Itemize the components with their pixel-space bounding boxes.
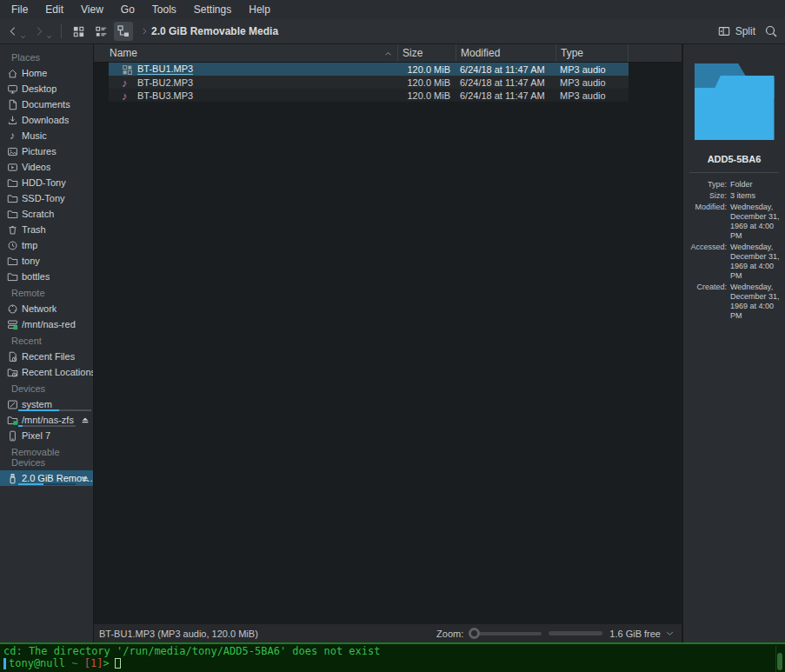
- column-header-name[interactable]: Name: [94, 44, 398, 62]
- desktop-icon: [6, 83, 18, 95]
- property-label: Size:: [687, 191, 727, 201]
- file-modified: 6/24/18 at 11:47 AM: [456, 90, 556, 101]
- sidebar-item-pictures[interactable]: Pictures: [0, 143, 93, 159]
- selection-info: BT-BU1.MP3 (MP3 audio, 120.0 MiB): [99, 629, 258, 639]
- sidebar-item-music[interactable]: ♪ Music: [0, 128, 93, 143]
- file-name: BT-BU3.MP3: [137, 90, 193, 101]
- sidebar-item-downloads[interactable]: Downloads: [0, 112, 93, 128]
- eject-button[interactable]: [80, 415, 90, 425]
- status-bar: BT-BU1.MP3 (MP3 audio, 120.0 MiB) Zoom: …: [94, 623, 682, 642]
- sidebar-item-label: Recent Files: [22, 351, 75, 362]
- disk-usage-bar: [18, 409, 91, 411]
- split-label: Split: [735, 25, 755, 37]
- sidebar-item-label: Music: [22, 130, 47, 141]
- back-button[interactable]: [5, 23, 28, 39]
- file-modified: 6/24/18 at 11:47 AM: [456, 77, 556, 88]
- sidebar-item-nas-zfs[interactable]: /mnt/nas-zfs: [0, 412, 93, 428]
- sidebar-item-ssd-tony[interactable]: SSD-Tony: [0, 190, 93, 206]
- hard-drive-icon: [6, 398, 18, 410]
- forward-button[interactable]: [31, 23, 54, 39]
- menu-help[interactable]: Help: [246, 2, 273, 17]
- info-panel-title: ADD5-5BA6: [683, 154, 785, 164]
- breadcrumb[interactable]: 2.0 GiB Removable Media: [151, 25, 278, 37]
- sidebar-item-desktop[interactable]: Desktop: [0, 81, 93, 96]
- section-title-recent: Recent: [0, 332, 93, 349]
- file-row[interactable]: ♪ BT-BU3.MP3 120.0 MiB 6/24/18 at 11:47 …: [109, 89, 629, 102]
- menu-file[interactable]: File: [9, 2, 30, 17]
- property-value: Wednesday, December 31, 1969 at 4:00 PM: [730, 243, 780, 281]
- search-icon[interactable]: [764, 24, 778, 38]
- zoom-slider[interactable]: [469, 632, 542, 635]
- terminal-scrollbar[interactable]: [775, 646, 783, 672]
- recent-files-icon: [6, 350, 18, 363]
- terminal-output: cd: The directory '/run/media/tony/ADD5-…: [3, 645, 782, 657]
- terminal-panel[interactable]: cd: The directory '/run/media/tony/ADD5-…: [0, 642, 785, 672]
- sidebar-item-label: Pictures: [22, 146, 57, 156]
- property-label: Accessed:: [687, 243, 727, 281]
- sidebar-item-tony[interactable]: tony: [0, 253, 93, 269]
- home-icon: [6, 67, 18, 79]
- sidebar-item-bottles[interactable]: bottles: [0, 269, 93, 284]
- zoom-slider-handle[interactable]: [469, 628, 480, 639]
- menu-go[interactable]: Go: [118, 2, 137, 17]
- file-name-cell: BT-BU1.MP3: [109, 63, 398, 75]
- prompt-user-host: tony@null: [9, 657, 65, 669]
- sidebar-item-label: tmp: [22, 240, 37, 250]
- download-icon: [6, 114, 18, 126]
- sidebar-item-tmp[interactable]: tmp: [0, 237, 93, 253]
- chevron-down-icon[interactable]: [665, 630, 675, 637]
- server-icon: [6, 318, 18, 330]
- sidebar-item-label: /mnt/nas-zfs: [22, 415, 74, 425]
- menu-view[interactable]: View: [78, 2, 106, 17]
- sidebar-item-trash[interactable]: Trash: [0, 222, 93, 237]
- recent-locations-icon: [6, 366, 18, 378]
- column-header-type[interactable]: Type: [556, 44, 629, 62]
- sidebar-item-system[interactable]: system: [0, 396, 93, 412]
- sidebar-item-label: bottles: [22, 271, 50, 282]
- sidebar-item-scratch[interactable]: Scratch: [0, 206, 93, 222]
- column-header-modified[interactable]: Modified: [456, 44, 556, 62]
- sidebar-item-documents[interactable]: Documents: [0, 96, 93, 112]
- icons-view-button[interactable]: [69, 22, 88, 41]
- sidebar-item-network[interactable]: Network: [0, 301, 93, 316]
- details-view-button[interactable]: [91, 22, 110, 41]
- toolbar: 2.0 GiB Removable Media Split: [0, 19, 785, 44]
- sidebar-item-label: Pixel 7: [22, 430, 50, 441]
- sidebar-item-recent-locations[interactable]: Recent Locations: [0, 364, 93, 380]
- column-label: Name: [110, 47, 137, 59]
- sidebar-item-nas-red[interactable]: /mnt/nas-red: [0, 316, 93, 332]
- eject-button[interactable]: [80, 473, 90, 483]
- prompt-path: ~: [65, 657, 84, 669]
- terminal-scrollbar-thumb[interactable]: [777, 653, 782, 670]
- sidebar-item-home[interactable]: Home: [0, 65, 93, 81]
- file-row[interactable]: BT-BU1.MP3 120.0 MiB 6/24/18 at 11:47 AM…: [109, 63, 629, 76]
- column-label: Modified: [461, 47, 500, 59]
- menu-settings[interactable]: Settings: [191, 2, 234, 17]
- menu-edit[interactable]: Edit: [43, 2, 66, 17]
- file-name: BT-BU1.MP3: [137, 63, 193, 75]
- information-panel: ADD5-5BA6 Type: Folder Size: 3 items Mod…: [682, 44, 785, 642]
- file-type: MP3 audio: [556, 90, 629, 101]
- file-row[interactable]: ♪ BT-BU2.MP3 120.0 MiB 6/24/18 at 11:47 …: [109, 76, 629, 89]
- sidebar-item-label: Network: [22, 303, 57, 314]
- menu-bar: File Edit View Go Tools Settings Help: [0, 0, 785, 19]
- property-label: Type:: [687, 180, 727, 190]
- disk-usage-bar: [18, 425, 76, 427]
- sidebar-item-recent-files[interactable]: Recent Files: [0, 349, 93, 364]
- sidebar-item-pixel-7[interactable]: Pixel 7: [0, 428, 93, 443]
- file-type: MP3 audio: [556, 64, 629, 75]
- section-title-remote: Remote: [0, 284, 93, 301]
- sidebar-item-hdd-tony[interactable]: HDD-Tony: [0, 175, 93, 190]
- file-size: 120.0 MiB: [398, 77, 456, 88]
- menu-tools[interactable]: Tools: [150, 2, 179, 17]
- column-header-size[interactable]: Size: [398, 44, 456, 62]
- tree-view-button[interactable]: [114, 22, 133, 41]
- toolbar-separator: [61, 24, 62, 38]
- folder-icon: [6, 176, 18, 189]
- free-space-label[interactable]: 1.6 GiB free: [609, 629, 661, 639]
- file-size: 120.0 MiB: [398, 64, 456, 75]
- sidebar-item-removable-media[interactable]: 2.0 GiB Remov…: [0, 470, 93, 486]
- sidebar-item-videos[interactable]: Videos: [0, 159, 93, 175]
- sidebar-item-label: Documents: [22, 99, 70, 110]
- split-button[interactable]: Split: [717, 25, 755, 37]
